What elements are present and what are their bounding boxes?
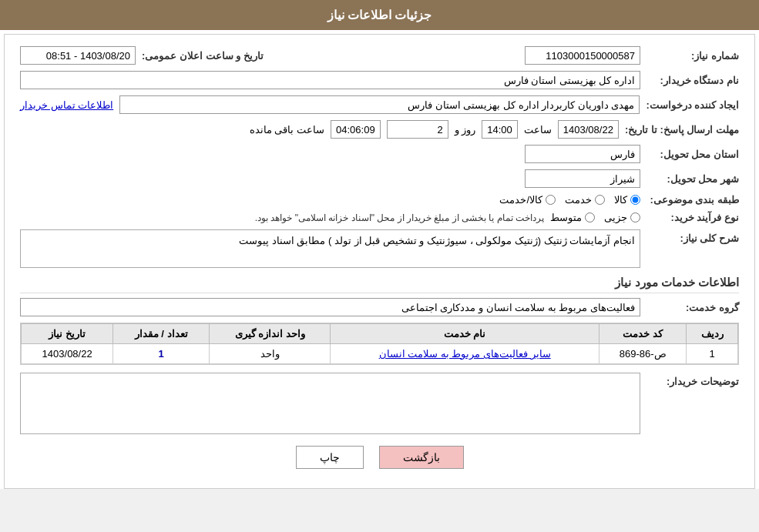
category-options: کالا خدمت کالا/خدمت (499, 194, 640, 206)
deadline-days-label: روز و (455, 124, 476, 136)
col-unit: واحد اندازه گیری (210, 324, 331, 344)
services-section-title: اطلاعات خدمات مورد نیاز (20, 276, 739, 293)
deadline-time-label: ساعت (524, 124, 552, 136)
purchase-type-label: نوع فرآیند خرید: (646, 212, 739, 223)
cell-quantity: 1 (113, 344, 210, 364)
category-kala[interactable]: کالا (614, 194, 640, 206)
services-table: ردیف کد خدمت نام خدمت واحد اندازه گیری ت… (20, 323, 739, 365)
purchase-type-note: پرداخت تمام یا بخشی از مبلغ خریدار از مح… (255, 212, 544, 223)
table-row: 1 ص-86-869 سایر فعالیت‌های مربوط به سلام… (22, 344, 738, 364)
deadline-days: 2 (387, 120, 448, 139)
city-value: شیراز (525, 169, 640, 188)
col-row: ردیف (687, 324, 738, 344)
category-khedmat[interactable]: خدمت (565, 194, 605, 206)
requester-label: ایجاد کننده درخواست: (646, 99, 739, 111)
cell-name[interactable]: سایر فعالیت‌های مربوط به سلامت انسان (331, 344, 599, 364)
category-kala-label: کالا (614, 194, 627, 206)
buyer-notes-value (20, 373, 640, 434)
category-kala-khedmat-label: کالا/خدمت (499, 194, 542, 206)
category-label: طبقه بندی موضوعی: (646, 194, 739, 206)
service-group-value: فعالیت‌های مربوط به سلامت انسان و مددکار… (20, 298, 640, 316)
request-number-label: شماره نیاز: (646, 50, 739, 62)
province-value: فارس (525, 145, 640, 163)
category-khedmat-label: خدمت (565, 194, 592, 206)
col-name: نام خدمت (331, 324, 599, 344)
col-quantity: تعداد / مقدار (113, 324, 210, 344)
cell-code: ص-86-869 (599, 344, 687, 364)
purchase-motavaset-label: متوسط (550, 212, 582, 223)
purchase-jozi-label: جزیی (604, 212, 627, 223)
footer-buttons: بازگشت چاپ (20, 446, 739, 477)
back-button[interactable]: بازگشت (379, 446, 464, 469)
col-code: کد خدمت (599, 324, 687, 344)
cell-row: 1 (687, 344, 738, 364)
date-label: تاریخ و ساعت اعلان عمومی: (142, 50, 264, 62)
deadline-label: مهلت ارسال پاسخ: تا تاریخ: (625, 124, 739, 136)
requester-value: مهدی داوریان کاربردار اداره کل بهزیستی ا… (119, 95, 640, 114)
deadline-date: 1403/08/22 (558, 120, 619, 139)
page-title: جزئیات اطلاعات نیاز (0, 0, 759, 30)
description-value: انجام آزمایشات ژنتیک (ژنتیک مولکولی ، سی… (20, 229, 640, 268)
city-label: شهر محل تحویل: (646, 173, 739, 185)
print-button[interactable]: چاپ (296, 446, 364, 469)
deadline-remaining-label: ساعت باقی مانده (250, 124, 324, 136)
purchase-motavaset[interactable]: متوسط (550, 212, 595, 223)
date-value: 1403/08/20 - 08:51 (20, 46, 136, 65)
purchase-jozi[interactable]: جزیی (604, 212, 640, 223)
col-date: تاریخ نیاز (22, 324, 113, 344)
buyer-notes-label: توضیحات خریدار: (646, 376, 739, 387)
description-label: شرح کلی نیاز: (646, 233, 739, 244)
purchase-type-options: جزیی متوسط (550, 212, 640, 223)
deadline-time: 14:00 (482, 120, 518, 139)
contact-link[interactable]: اطلاعات تماس خریدار (20, 99, 113, 111)
cell-unit: واحد (210, 344, 331, 364)
cell-date: 1403/08/22 (22, 344, 113, 364)
buyer-org-label: نام دستگاه خریدار: (646, 75, 739, 86)
buyer-org-value: اداره کل بهزیستی استان فارس (20, 71, 640, 89)
request-number-value: 1103000150000587 (525, 46, 640, 65)
service-group-label: گروه خدمت: (646, 302, 739, 313)
province-label: استان محل تحویل: (646, 149, 739, 160)
category-kala-khedmat[interactable]: کالا/خدمت (499, 194, 556, 206)
deadline-remaining: 04:06:09 (331, 120, 381, 139)
